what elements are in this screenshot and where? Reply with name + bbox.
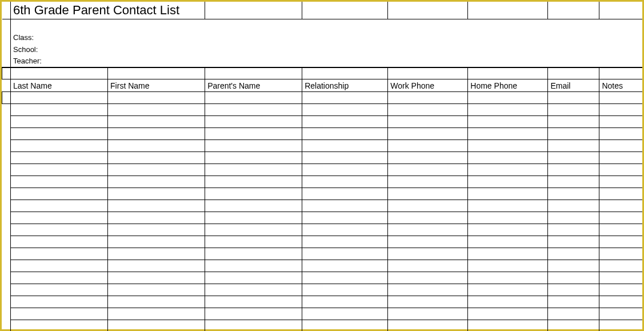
cell[interactable] [205,236,302,248]
cell[interactable] [205,224,302,236]
cell[interactable] [388,320,468,332]
cell[interactable] [302,260,388,272]
cell[interactable] [468,260,548,272]
cell[interactable] [468,67,548,79]
cell[interactable] [599,308,642,320]
cell[interactable] [205,116,302,128]
cell[interactable] [108,140,205,152]
cell[interactable] [468,284,548,296]
cell[interactable] [548,320,599,332]
cell[interactable] [302,104,388,116]
cell[interactable] [108,296,205,308]
cell[interactable] [302,200,388,212]
cell[interactable] [205,164,302,176]
cell[interactable] [108,104,205,116]
cell[interactable] [468,164,548,176]
cell[interactable] [388,248,468,260]
cell[interactable] [11,272,108,284]
cell[interactable] [599,92,642,104]
cell[interactable] [468,188,548,200]
cell[interactable] [205,284,302,296]
cell[interactable] [108,92,205,104]
cell[interactable] [11,152,108,164]
cell[interactable] [388,296,468,308]
cell[interactable] [388,272,468,284]
cell[interactable] [302,188,388,200]
cell[interactable] [548,308,599,320]
cell[interactable] [108,67,205,79]
cell[interactable] [548,248,599,260]
cell[interactable] [11,176,108,188]
cell[interactable] [548,212,599,224]
cell[interactable] [108,116,205,128]
cell[interactable] [11,104,108,116]
cell[interactable] [388,2,468,19]
cell[interactable] [302,128,388,140]
cell[interactable] [205,104,302,116]
cell[interactable] [302,152,388,164]
cell[interactable] [302,224,388,236]
cell[interactable] [468,2,548,19]
cell[interactable] [11,260,108,272]
cell[interactable] [108,272,205,284]
cell[interactable] [11,212,108,224]
cell[interactable] [548,272,599,284]
cell[interactable] [548,176,599,188]
cell[interactable] [468,272,548,284]
cell[interactable] [302,248,388,260]
cell[interactable] [599,164,642,176]
cell[interactable] [388,176,468,188]
cell[interactable] [388,212,468,224]
cell[interactable] [388,140,468,152]
cell[interactable] [468,236,548,248]
cell[interactable] [468,200,548,212]
cell[interactable] [302,2,388,19]
cell[interactable] [548,152,599,164]
cell[interactable] [11,296,108,308]
cell[interactable] [11,224,108,236]
cell[interactable] [388,188,468,200]
cell[interactable] [548,92,599,104]
cell[interactable] [108,188,205,200]
cell[interactable] [468,248,548,260]
cell[interactable] [548,2,599,19]
cell[interactable] [11,116,108,128]
cell[interactable] [548,67,599,79]
cell[interactable] [302,212,388,224]
cell[interactable] [468,116,548,128]
cell[interactable] [108,224,205,236]
cell[interactable] [108,308,205,320]
cell[interactable] [468,224,548,236]
cell[interactable] [599,224,642,236]
cell[interactable] [205,140,302,152]
cell[interactable] [108,320,205,332]
cell[interactable] [108,260,205,272]
cell[interactable] [599,104,642,116]
cell[interactable] [11,188,108,200]
cell[interactable] [388,104,468,116]
cell[interactable] [388,92,468,104]
cell[interactable] [205,308,302,320]
cell[interactable] [302,296,388,308]
cell[interactable] [11,236,108,248]
cell[interactable] [302,116,388,128]
cell[interactable] [302,320,388,332]
cell[interactable] [302,284,388,296]
cell[interactable] [108,128,205,140]
cell[interactable] [205,260,302,272]
cell[interactable] [108,248,205,260]
cell[interactable] [548,224,599,236]
cell[interactable] [599,284,642,296]
cell[interactable] [468,320,548,332]
cell[interactable] [548,260,599,272]
cell[interactable] [302,176,388,188]
cell[interactable] [388,236,468,248]
cell[interactable] [205,320,302,332]
cell[interactable] [388,164,468,176]
cell[interactable] [599,236,642,248]
cell[interactable] [388,284,468,296]
cell[interactable] [205,296,302,308]
cell[interactable] [108,200,205,212]
cell[interactable] [205,67,302,79]
cell[interactable] [599,260,642,272]
